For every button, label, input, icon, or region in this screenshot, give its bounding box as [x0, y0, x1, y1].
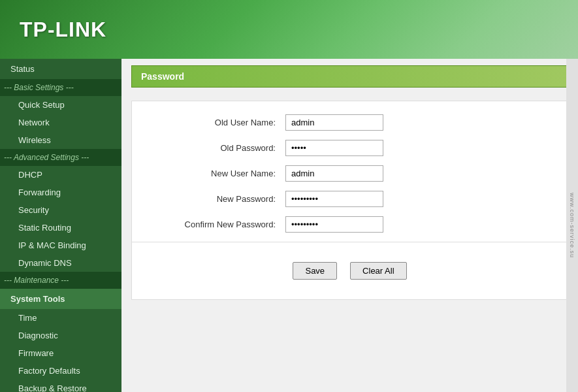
- sidebar-item-network[interactable]: Network: [0, 114, 121, 131]
- main-content: Password Old User Name: Old Password: Ne…: [121, 59, 578, 392]
- confirm-password-input[interactable]: [285, 216, 383, 233]
- sidebar-section-maintenance: --- Maintenance ---: [0, 272, 121, 289]
- new-password-row: New Password:: [132, 191, 568, 207]
- sidebar-item-static-routing[interactable]: Static Routing: [0, 219, 121, 237]
- button-row: Save Clear All: [132, 255, 568, 286]
- new-username-label: New User Name:: [145, 169, 276, 178]
- sidebar-item-forwarding[interactable]: Forwarding: [0, 184, 121, 201]
- sidebar-item-backup-restore[interactable]: Backup & Restore: [0, 380, 121, 392]
- sidebar-item-ip-mac-binding[interactable]: IP & MAC Binding: [0, 237, 121, 254]
- new-username-input[interactable]: [285, 165, 383, 182]
- old-password-input[interactable]: [285, 140, 383, 156]
- logo: TP-LINK: [20, 18, 106, 42]
- sidebar-item-quick-setup[interactable]: Quick Setup: [0, 96, 121, 114]
- clear-button[interactable]: Clear All: [350, 262, 406, 280]
- old-username-label: Old User Name:: [145, 118, 276, 127]
- sidebar-section-basic: --- Basic Settings ---: [0, 79, 121, 96]
- sidebar-item-diagnostic[interactable]: Diagnostic: [0, 327, 121, 344]
- new-password-label: New Password:: [145, 194, 276, 204]
- sidebar-item-dynamic-dns[interactable]: Dynamic DNS: [0, 254, 121, 272]
- sidebar-section-advanced: --- Advanced Settings ---: [0, 149, 121, 166]
- old-username-input[interactable]: [285, 114, 383, 131]
- form-divider: [132, 242, 568, 242]
- confirm-password-label: Confirm New Password:: [145, 220, 276, 229]
- sidebar-item-security[interactable]: Security: [0, 201, 121, 219]
- content-inner: Password Old User Name: Old Password: Ne…: [121, 59, 578, 313]
- header: TP-LINK: [0, 0, 578, 59]
- old-password-label: Old Password:: [145, 143, 276, 153]
- form-area: Old User Name: Old Password: New User Na…: [131, 101, 568, 300]
- layout: Status --- Basic Settings --- Quick Setu…: [0, 59, 578, 392]
- old-username-row: Old User Name:: [132, 114, 568, 131]
- watermark: www.com-service.su: [566, 59, 578, 392]
- old-password-row: Old Password:: [132, 140, 568, 156]
- sidebar-item-time[interactable]: Time: [0, 309, 121, 327]
- section-title: Password: [131, 65, 568, 88]
- new-username-row: New User Name:: [132, 165, 568, 182]
- sidebar-item-system-tools[interactable]: System Tools: [0, 289, 121, 309]
- save-button[interactable]: Save: [293, 262, 337, 280]
- sidebar-item-wireless[interactable]: Wireless: [0, 131, 121, 149]
- sidebar: Status --- Basic Settings --- Quick Setu…: [0, 59, 121, 392]
- new-password-input[interactable]: [285, 191, 383, 207]
- confirm-password-row: Confirm New Password:: [132, 216, 568, 233]
- sidebar-item-firmware[interactable]: Firmware: [0, 344, 121, 362]
- sidebar-item-status[interactable]: Status: [0, 59, 121, 79]
- sidebar-item-dhcp[interactable]: DHCP: [0, 166, 121, 184]
- sidebar-item-factory-defaults[interactable]: Factory Defaults: [0, 362, 121, 380]
